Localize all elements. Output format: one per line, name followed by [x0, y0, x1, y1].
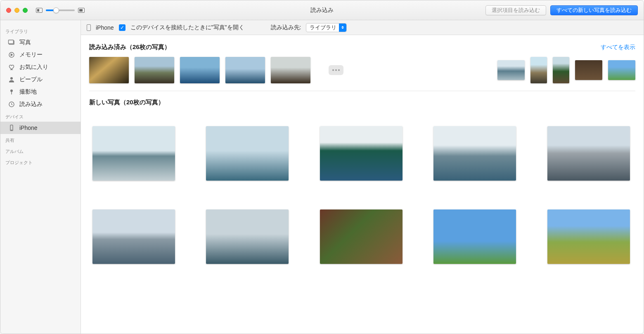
sidebar-item-label: 読み込み [19, 101, 43, 108]
svg-rect-5 [11, 92, 12, 95]
photo-thumbnail[interactable] [271, 57, 310, 83]
import-to-label: 読み込み先: [271, 24, 301, 31]
photo-thumbnail[interactable] [530, 57, 547, 83]
show-all-button[interactable]: すべてを表示 [601, 44, 635, 51]
heart-icon [8, 64, 15, 71]
photo-thumbnail[interactable] [320, 126, 402, 181]
import-to-value: ライブラリ [310, 24, 336, 31]
photo-thumbnail[interactable] [225, 57, 265, 83]
svg-rect-1 [9, 40, 14, 44]
device-bar: iPhone ✓ このデバイスを接続したときに"写真"を開く 読み込み先: ライ… [81, 20, 644, 35]
open-on-connect-label: このデバイスを接続したときに"写真"を開く [130, 24, 244, 31]
sidebar-item-places[interactable]: 撮影地 [0, 86, 80, 98]
photo-thumbnail[interactable] [547, 126, 630, 181]
photo-thumbnail[interactable] [433, 209, 516, 264]
maximize-window-button[interactable] [23, 8, 28, 13]
photos-icon [8, 39, 15, 46]
sidebar-item-favorites[interactable]: お気に入り [0, 61, 80, 73]
photo-thumbnail[interactable] [497, 60, 525, 80]
sidebar-item-iphone[interactable]: iPhone [0, 122, 80, 134]
sidebar-section-devices: デバイス [0, 111, 80, 122]
already-imported-row [89, 54, 635, 91]
section-divider [89, 91, 635, 91]
photo-thumbnail[interactable] [575, 60, 602, 80]
sidebar-item-imports[interactable]: 読み込み [0, 98, 80, 111]
memories-icon [8, 51, 15, 59]
new-photos-title: 新しい写真（20枚の写真） [89, 99, 164, 106]
window-title: 読み込み [310, 7, 334, 14]
clock-icon [8, 101, 15, 108]
photo-thumbnail[interactable] [553, 57, 569, 83]
close-window-button[interactable] [6, 8, 11, 13]
window-controls [6, 8, 28, 13]
photo-thumbnail[interactable] [206, 126, 289, 181]
zoom-out-icon[interactable] [36, 8, 43, 13]
sidebar-item-label: メモリー [19, 51, 43, 59]
sidebar-item-label: 写真 [19, 39, 31, 46]
sidebar-section-shared: 共有 [0, 134, 80, 145]
photo-thumbnail[interactable] [135, 57, 174, 83]
photo-thumbnail[interactable] [206, 209, 289, 264]
sidebar-item-memories[interactable]: メモリー [0, 49, 80, 61]
sidebar-item-label: お気に入り [19, 64, 48, 71]
photo-thumbnail[interactable] [180, 57, 220, 83]
photo-thumbnail[interactable] [92, 209, 175, 264]
already-imported-title: 読み込み済み（26枚の写真） [89, 43, 170, 51]
photo-thumbnail[interactable] [433, 126, 516, 181]
phone-icon [87, 24, 91, 31]
sidebar-section-projects: プロジェクト [0, 156, 80, 167]
sidebar-item-photos[interactable]: 写真 [0, 36, 80, 49]
open-on-connect-checkbox[interactable]: ✓ [119, 24, 125, 31]
sidebar-item-label: 撮影地 [19, 88, 37, 96]
titlebar: 読み込み 選択項目を読み込む すべての新しい写真を読み込む [0, 0, 644, 20]
import-to-select[interactable]: ライブラリ [306, 23, 347, 32]
zoom-slider-thumb[interactable] [53, 7, 59, 13]
zoom-controls [36, 8, 85, 13]
zoom-slider[interactable] [46, 9, 75, 11]
photo-thumbnail[interactable] [547, 209, 630, 264]
photo-thumbnail[interactable] [92, 126, 175, 181]
photo-thumbnail[interactable] [89, 57, 129, 83]
import-all-new-button[interactable]: すべての新しい写真を読み込む [550, 5, 638, 15]
more-photos-button[interactable] [329, 65, 343, 75]
people-icon [8, 76, 15, 83]
device-name-label: iPhone [96, 24, 114, 31]
zoom-in-icon[interactable] [78, 8, 85, 13]
select-arrows-icon [339, 24, 346, 32]
pin-icon [8, 88, 15, 96]
new-photos-grid [89, 110, 635, 280]
sidebar-item-label: iPhone [19, 125, 38, 131]
sidebar-item-label: ピープル [19, 76, 43, 83]
sidebar-section-library: ライブラリ [0, 25, 80, 36]
photo-thumbnail[interactable] [608, 60, 635, 80]
sidebar: ライブラリ 写真 メモリー お気に入り ピープル 撮影地 読み込み デバイス [0, 20, 81, 334]
minimize-window-button[interactable] [14, 8, 19, 13]
import-selected-button[interactable]: 選択項目を読み込む [485, 5, 546, 15]
phone-icon [8, 124, 15, 132]
main-content: iPhone ✓ このデバイスを接続したときに"写真"を開く 読み込み先: ライ… [81, 20, 644, 334]
sidebar-item-people[interactable]: ピープル [0, 73, 80, 86]
photo-thumbnail[interactable] [320, 209, 402, 264]
sidebar-section-albums: アルバム [0, 145, 80, 156]
svg-point-3 [10, 77, 13, 80]
